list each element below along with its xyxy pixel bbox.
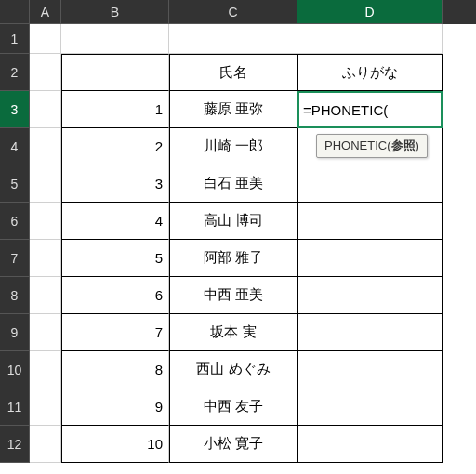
row-header-10[interactable]: 10 bbox=[0, 351, 30, 388]
cell-D7[interactable] bbox=[298, 240, 443, 277]
row-header-8[interactable]: 8 bbox=[0, 277, 30, 314]
cell-B8[interactable]: 6 bbox=[61, 277, 169, 314]
cell-D3-editing[interactable]: =PHONETIC( bbox=[298, 91, 443, 128]
cell-C5[interactable]: 白石 亜美 bbox=[169, 165, 298, 203]
select-all-corner[interactable] bbox=[0, 0, 30, 24]
row-header-7[interactable]: 7 bbox=[0, 240, 30, 277]
cell-D2-furigana-header[interactable]: ふりがな bbox=[298, 54, 443, 91]
cell-A7[interactable] bbox=[30, 240, 61, 277]
cell-B4[interactable]: 2 bbox=[61, 128, 169, 165]
col-header-A[interactable]: A bbox=[30, 0, 61, 24]
cell-B11[interactable]: 9 bbox=[61, 388, 169, 426]
cell-A5[interactable] bbox=[30, 165, 61, 203]
cell-A4[interactable] bbox=[30, 128, 61, 165]
cell-C3[interactable]: 藤原 亜弥 bbox=[169, 91, 298, 128]
col-header-D[interactable]: D bbox=[298, 0, 443, 24]
row-9: 9 7 坂本 実 bbox=[0, 314, 476, 351]
row-10: 10 8 西山 めぐみ bbox=[0, 351, 476, 388]
cell-C1[interactable] bbox=[169, 24, 298, 54]
cell-D1[interactable] bbox=[298, 24, 443, 54]
row-header-2[interactable]: 2 bbox=[0, 54, 30, 91]
cell-D12[interactable] bbox=[298, 426, 443, 463]
cell-B6[interactable]: 4 bbox=[61, 203, 169, 240]
cell-B3[interactable]: 1 bbox=[61, 91, 169, 128]
cell-B5[interactable]: 3 bbox=[61, 165, 169, 203]
row-8: 8 6 中西 亜美 bbox=[0, 277, 476, 314]
row-12: 12 10 小松 寛子 bbox=[0, 426, 476, 463]
row-3: 3 1 藤原 亜弥 =PHONETIC( bbox=[0, 91, 476, 128]
cell-A11[interactable] bbox=[30, 388, 61, 426]
cell-A2[interactable] bbox=[30, 54, 61, 91]
cell-A10[interactable] bbox=[30, 351, 61, 388]
row-header-6[interactable]: 6 bbox=[0, 203, 30, 240]
spreadsheet: A B C D 1 2 氏名 ふりがな 3 1 藤原 亜弥 =PHONETIC( bbox=[0, 0, 476, 463]
cell-D9[interactable] bbox=[298, 314, 443, 351]
function-tooltip: PHONETIC(参照) bbox=[316, 134, 428, 158]
col-header-C[interactable]: C bbox=[169, 0, 298, 24]
cell-B12[interactable]: 10 bbox=[61, 426, 169, 463]
cell-A12[interactable] bbox=[30, 426, 61, 463]
cell-B10[interactable]: 8 bbox=[61, 351, 169, 388]
column-headers: A B C D bbox=[0, 0, 476, 24]
cell-C8[interactable]: 中西 亜美 bbox=[169, 277, 298, 314]
cell-A9[interactable] bbox=[30, 314, 61, 351]
cell-A8[interactable] bbox=[30, 277, 61, 314]
row-header-4[interactable]: 4 bbox=[0, 128, 30, 165]
tooltip-arg: 参照 bbox=[391, 138, 416, 152]
cell-C6[interactable]: 高山 博司 bbox=[169, 203, 298, 240]
tooltip-func: PHONETIC bbox=[324, 138, 387, 152]
cell-C4[interactable]: 川崎 一郎 bbox=[169, 128, 298, 165]
cell-A3[interactable] bbox=[30, 91, 61, 128]
row-header-3[interactable]: 3 bbox=[0, 91, 30, 128]
cell-C7[interactable]: 阿部 雅子 bbox=[169, 240, 298, 277]
row-header-9[interactable]: 9 bbox=[0, 314, 30, 351]
row-6: 6 4 高山 博司 bbox=[0, 203, 476, 240]
col-header-B[interactable]: B bbox=[61, 0, 169, 24]
cell-D8[interactable] bbox=[298, 277, 443, 314]
cell-D10[interactable] bbox=[298, 351, 443, 388]
cell-B7[interactable]: 5 bbox=[61, 240, 169, 277]
row-5: 5 3 白石 亜美 bbox=[0, 165, 476, 203]
cell-C2-name-header[interactable]: 氏名 bbox=[169, 54, 298, 91]
row-11: 11 9 中西 友子 bbox=[0, 388, 476, 426]
cell-C11[interactable]: 中西 友子 bbox=[169, 388, 298, 426]
row-2: 2 氏名 ふりがな bbox=[0, 54, 476, 91]
cell-D5[interactable] bbox=[298, 165, 443, 203]
cell-C9[interactable]: 坂本 実 bbox=[169, 314, 298, 351]
cell-A1[interactable] bbox=[30, 24, 61, 54]
cell-D11[interactable] bbox=[298, 388, 443, 426]
cell-C12[interactable]: 小松 寛子 bbox=[169, 426, 298, 463]
cell-A6[interactable] bbox=[30, 203, 61, 240]
row-7: 7 5 阿部 雅子 bbox=[0, 240, 476, 277]
row-header-11[interactable]: 11 bbox=[0, 388, 30, 426]
row-header-12[interactable]: 12 bbox=[0, 426, 30, 463]
row-1: 1 bbox=[0, 24, 476, 54]
cell-D6[interactable] bbox=[298, 203, 443, 240]
grid-rows: 1 2 氏名 ふりがな 3 1 藤原 亜弥 =PHONETIC( 4 2 川崎 … bbox=[0, 24, 476, 463]
cell-B1[interactable] bbox=[61, 24, 169, 54]
row-header-5[interactable]: 5 bbox=[0, 165, 30, 203]
cell-B2[interactable] bbox=[61, 54, 169, 91]
cell-B9[interactable]: 7 bbox=[61, 314, 169, 351]
row-header-1[interactable]: 1 bbox=[0, 24, 30, 54]
cell-C10[interactable]: 西山 めぐみ bbox=[169, 351, 298, 388]
